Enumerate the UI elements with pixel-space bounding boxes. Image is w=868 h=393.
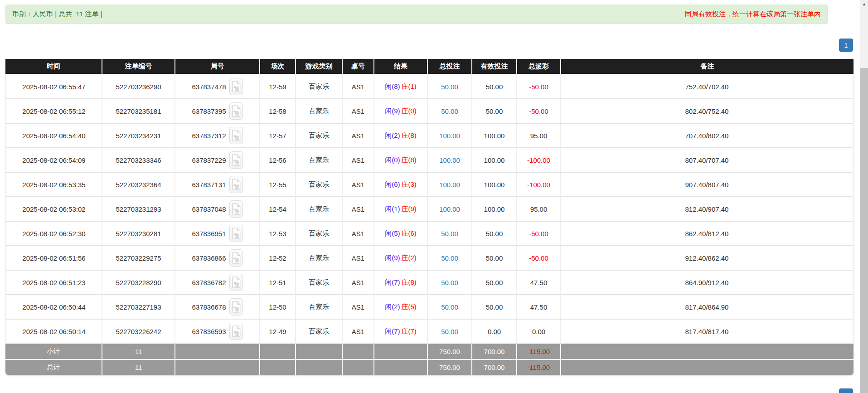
cell-result: 闲(7)庄(7) — [374, 320, 428, 344]
video-file-icon-glyph — [232, 228, 241, 239]
cell-bet-id: 522703226242 — [102, 320, 175, 344]
cell-time: 2025-08-02 06:55:12 — [5, 99, 102, 124]
total-bet-link[interactable]: 100.00 — [439, 205, 460, 213]
total-bet-link[interactable]: 50.00 — [441, 107, 458, 115]
result-banker: 庄(6) — [402, 229, 417, 237]
round-number: 637836678 — [192, 303, 226, 311]
cell-payout: -50.00 — [517, 222, 561, 246]
video-file-icon[interactable] — [229, 176, 243, 193]
table-row: 2025-08-02 06:50:14 522703226242 6378365… — [5, 320, 853, 344]
video-file-icon-glyph — [232, 277, 241, 288]
cell-round: 637837131 — [175, 173, 260, 197]
cell-remark: 864.90/912.40 — [561, 271, 853, 295]
total-bet-link[interactable]: 50.00 — [441, 279, 458, 286]
cell-result: 闲(8)庄(1) — [374, 75, 428, 99]
video-file-icon[interactable] — [229, 78, 243, 95]
video-file-icon[interactable] — [229, 200, 243, 218]
subtotal-valid-bet: 700.00 — [472, 344, 517, 360]
cell-valid-bet: 50.00 — [472, 271, 517, 295]
subtotal-row: 小计 11 750.00 700.00 -115.00 — [5, 344, 853, 360]
scroll-up-arrow-icon[interactable]: ▲ — [860, 0, 868, 8]
cell-total-bet: 100.00 — [428, 148, 472, 173]
pagination-page-1-top[interactable]: 1 — [839, 39, 853, 52]
cell-session: 12-50 — [260, 295, 296, 320]
cell-valid-bet: 50.00 — [472, 295, 517, 320]
cell-time: 2025-08-02 06:54:09 — [5, 148, 102, 173]
scrollbar-thumb[interactable] — [860, 68, 868, 393]
video-file-icon-glyph — [232, 203, 241, 215]
total-bet-link[interactable]: 50.00 — [441, 230, 458, 238]
cell-result: 闲(0)庄(8) — [374, 148, 428, 173]
result-banker: 庄(3) — [402, 180, 417, 188]
cell-game-type: 百家乐 — [296, 75, 343, 99]
result-banker: 庄(8) — [402, 156, 417, 164]
cell-valid-bet: 50.00 — [472, 75, 517, 99]
cell-round: 637837048 — [175, 197, 260, 222]
table-row: 2025-08-02 06:53:35 522703232364 6378371… — [5, 173, 853, 197]
video-file-icon[interactable] — [229, 298, 243, 315]
cell-bet-id: 522703227193 — [102, 295, 175, 320]
video-file-icon[interactable] — [229, 102, 243, 120]
table-body: 2025-08-02 06:55:47 522703236290 6378374… — [5, 75, 853, 344]
cell-total-bet: 50.00 — [428, 320, 472, 344]
cell-round: 637836782 — [175, 271, 260, 295]
cell-table-no: AS1 — [343, 75, 374, 99]
grand-total-count: 11 — [102, 360, 175, 375]
result-player: 闲(0) — [385, 156, 400, 164]
result-banker: 庄(2) — [402, 254, 417, 262]
video-file-icon[interactable] — [229, 127, 243, 144]
vertical-scrollbar[interactable]: ▲ — [860, 0, 868, 393]
total-bet-link[interactable]: 50.00 — [441, 328, 458, 335]
column-header-4: 游戏类别 — [296, 59, 343, 75]
video-file-icon[interactable] — [229, 151, 243, 169]
table-row: 2025-08-02 06:55:12 522703235181 6378373… — [5, 99, 853, 124]
result-player: 闲(9) — [385, 254, 400, 262]
table-row: 2025-08-02 06:50:44 522703227193 6378366… — [5, 295, 853, 320]
video-file-icon-glyph — [232, 179, 241, 190]
cell-table-no: AS1 — [343, 124, 374, 148]
column-header-10: 备注 — [561, 59, 853, 75]
result-player: 闲(5) — [385, 229, 400, 237]
round-number: 637837395 — [192, 107, 226, 115]
video-file-icon[interactable] — [229, 225, 243, 242]
total-bet-link[interactable]: 50.00 — [441, 303, 458, 311]
total-bet-link[interactable]: 50.00 — [441, 254, 458, 262]
cell-result: 闲(9)庄(2) — [374, 246, 428, 271]
cell-game-type: 百家乐 — [296, 320, 343, 344]
subtotal-count: 11 — [102, 344, 175, 360]
cell-time: 2025-08-02 06:52:30 — [5, 222, 102, 246]
cell-bet-id: 522703235181 — [102, 99, 175, 124]
total-bet-link[interactable]: 100.00 — [439, 181, 460, 189]
grand-total-valid-bet: 700.00 — [472, 360, 517, 375]
cell-game-type: 百家乐 — [296, 124, 343, 148]
pagination-page-1-bottom[interactable]: 1 — [839, 388, 853, 393]
summary-banner: 币别：人民币 | 总共 :11 注单 | 同局有效投注，统一计算在该局第一张注单… — [5, 5, 828, 24]
cell-time: 2025-08-02 06:54:40 — [5, 124, 102, 148]
round-number: 637836951 — [192, 230, 226, 238]
grand-total-payout: -115.00 — [517, 360, 561, 375]
total-bet-link[interactable]: 50.00 — [441, 83, 458, 91]
video-file-icon-glyph — [232, 81, 241, 92]
cell-payout: 47.50 — [517, 295, 561, 320]
cell-total-bet: 50.00 — [428, 75, 472, 99]
grand-total-total-bet: 750.00 — [428, 360, 472, 375]
cell-round: 637836866 — [175, 246, 260, 271]
round-number: 637836593 — [192, 328, 226, 335]
column-header-1: 注单编号 — [102, 59, 175, 75]
video-file-icon-glyph — [232, 105, 241, 117]
video-file-icon[interactable] — [229, 249, 243, 267]
total-bet-link[interactable]: 100.00 — [439, 156, 460, 164]
column-header-2: 局号 — [175, 59, 260, 75]
cell-table-no: AS1 — [343, 173, 374, 197]
cell-valid-bet: 50.00 — [472, 246, 517, 271]
cell-game-type: 百家乐 — [296, 222, 343, 246]
round-number: 637837478 — [192, 83, 226, 91]
video-file-icon-glyph — [232, 301, 241, 313]
cell-table-no: AS1 — [343, 295, 374, 320]
total-bet-link[interactable]: 100.00 — [439, 132, 460, 140]
video-file-icon[interactable] — [229, 323, 243, 340]
cell-session: 12-53 — [260, 222, 296, 246]
video-file-icon[interactable] — [229, 274, 243, 291]
video-file-icon-glyph — [232, 252, 241, 264]
cell-table-no: AS1 — [343, 320, 374, 344]
